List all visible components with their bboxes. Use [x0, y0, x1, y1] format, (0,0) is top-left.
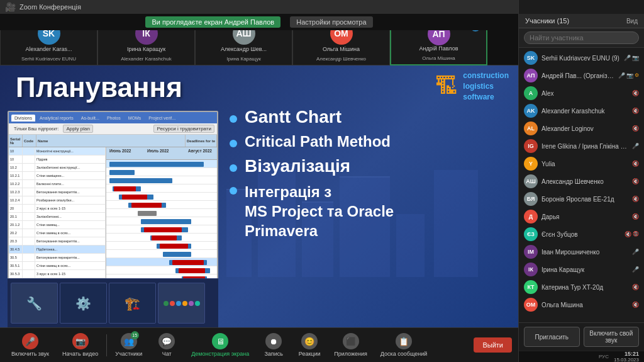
apps-icon: ⬛ [343, 333, 359, 349]
participants-count: 15 [131, 331, 139, 339]
avatar: AK [524, 104, 538, 118]
gantt-row-5: 10.2.3 Бетонування перекриттів... [9, 188, 106, 196]
video-sub-1: Serhii Kudriavcev EUNU [1, 56, 97, 62]
mic-muted-icon: 🔇 [632, 125, 639, 132]
list-item: БЯ Боронів Ярослав ЕЕ-21д 🔇 [519, 190, 644, 208]
gantt-tab-moms[interactable]: MOMs [125, 115, 145, 122]
participant-controls: 🔇 [632, 196, 639, 202]
bullet-dot-1 [230, 115, 237, 123]
mic-icon: 🎤 [632, 266, 639, 273]
participants-label: Участники [115, 351, 142, 357]
video-sub-3: Ірина Каращук [196, 56, 292, 62]
avatar: КТ [524, 280, 538, 294]
col-deadline: Deadlines for te [186, 135, 217, 147]
gantt-row-3: 10.2.1 Стіни заміщенн... [9, 172, 106, 180]
invite-button[interactable]: Пригласить [524, 327, 580, 347]
reactions-label: Реакции [299, 351, 321, 357]
bullet-text-2: Critical Path Method [245, 133, 391, 151]
participant-name: Александр Шевченко [541, 178, 628, 185]
mic-muted-icon: 🔇 [632, 302, 639, 308]
mic-icon: 🎤 [632, 249, 639, 255]
bullet-text-3: Візуалізація [245, 156, 350, 177]
participant-name: Дарья [541, 213, 628, 220]
apps-btn[interactable]: ⬛ Приложения [329, 331, 372, 359]
participant-name: Ірина Каращук [541, 266, 628, 273]
mute-label: Включить звук [11, 351, 49, 357]
list-item: АШ Александр Шевченко 🔇 [519, 173, 644, 190]
video-name-4: Ольга Мішина [293, 45, 389, 54]
time-display: 15:21 [614, 351, 639, 357]
gantt-tab-asbuilt[interactable]: As-built... [78, 115, 103, 122]
bullet-dot-2 [230, 140, 237, 147]
gantt-apply[interactable]: Apply plan [63, 125, 92, 133]
gantt-chart-header: Июнь 2022 Июль 2022 Август 2022 [106, 147, 217, 160]
gantt-tab-divisions[interactable]: Divisions [11, 115, 35, 122]
video-sub-4: Александр Шевченко [293, 56, 389, 62]
share-label: Демонстрация экрана [191, 351, 249, 357]
board-btn[interactable]: 📋 Доска сообщений [375, 331, 432, 359]
search-input[interactable] [524, 31, 639, 44]
board-icon: 📋 [396, 333, 412, 349]
bullets-area: Gantt Chart Critical Path Method Візуалі… [230, 106, 512, 321]
gantt-tab-photos[interactable]: Photos [104, 115, 124, 122]
mute-icon: 🎤 [22, 333, 38, 349]
settings-btn[interactable]: Настройки просмотра [290, 16, 372, 28]
board-label: Доска сообщений [380, 351, 427, 357]
bottom-thumb-1: 🔧 [11, 283, 58, 324]
presentation-area: Планування 🏗 constructionlogisticssoftwa… [0, 65, 518, 327]
video-name-5: Андрій Павлов [391, 44, 486, 53]
avatar: AL [524, 122, 538, 135]
participant-controls: 🔇 [632, 213, 639, 220]
chat-btn[interactable]: 💬 Чат [150, 331, 183, 359]
mic-icon: 🎤 [624, 55, 631, 61]
video-btn[interactable]: 📷 Начать видео [57, 331, 103, 359]
video-icon: 📷 [626, 72, 633, 79]
participant-controls: 🔇 [632, 108, 639, 114]
participants-panel: Учасники (15) Вид SK Serhii Kudriavcev E… [518, 0, 644, 362]
mic-muted-icon: 🔇 [632, 178, 639, 184]
end-meeting-btn[interactable]: Выйти [474, 337, 512, 353]
video-name-3: Александр Шев... [196, 45, 292, 54]
participant-name: Alex [541, 90, 628, 97]
share-btn[interactable]: 🖥 Демонстрация экрана [186, 331, 254, 359]
gantt-resource[interactable]: Ресурси і трудовитрати [153, 125, 214, 133]
list-item: КТ Катерина Тур ХТ-20д 🔇 [519, 278, 644, 296]
gantt-col-headers: Serial № Code Name Deadlines for te [9, 135, 217, 147]
mute-btn[interactable]: 🎤 Включить звук [6, 331, 54, 359]
chat-icon: 💬 [158, 333, 175, 349]
system-tray: РУС 15:21 15.03.2023 [519, 351, 644, 362]
video-icon: 📷 [72, 333, 89, 349]
participant-controls: 🔇 [632, 302, 639, 308]
gantt-row-12: 30.5 Бетонування перекриттів... [9, 254, 106, 262]
list-item: AL Alexander Loginov 🔇 [519, 120, 644, 137]
participant-name: Irene Glikina / Ірина Глікіна (CH... [541, 143, 628, 150]
bullet-text-4: Інтеграція зMS Project та OraclePrimaver… [245, 182, 394, 241]
mic-muted-icon: 🔇 [632, 90, 639, 96]
mute-all-button[interactable]: Включить свой звук [584, 327, 640, 347]
participants-btn[interactable]: 👥 15 Участники [110, 331, 147, 359]
screen-share-notify: Ви проглядаєте екран Андрей Павлов [145, 16, 280, 28]
participant-controls: 🔇 📵 [625, 231, 639, 237]
list-item: AK Alexander Karashchuk 🔇 [519, 102, 644, 120]
logo-area: 🏗 constructionlogisticssoftware [435, 71, 509, 102]
reactions-btn[interactable]: 😊 Реакции [293, 331, 326, 359]
mic-muted-icon: 🔇 [632, 108, 639, 114]
gantt-tab-verify[interactable]: Project verif... [145, 115, 179, 122]
video-icon: 📷 [632, 55, 639, 61]
avatar: ІМ [524, 245, 538, 259]
gantt-row-selected: 30.4.5 Підбетонка... [9, 246, 106, 254]
bottom-thumb-3: 🏗️ [109, 283, 156, 324]
mic-muted-icon: 🔇 [632, 196, 639, 202]
gantt-row-main: 10 Монолітні конструкції... [9, 147, 106, 156]
gantt-row-13: 30.5.1 Стіни замещ в осях... [9, 262, 106, 270]
record-btn[interactable]: ⏺ Запись [257, 331, 290, 359]
slide-title: Планування [16, 72, 182, 103]
participant-name: Alexander Karashchuk [541, 108, 628, 115]
participant-name: Ольга Мішина [541, 302, 628, 308]
gantt-row-8: 20.1 Залізобетонні... [9, 213, 106, 221]
bullet-1: Gantt Chart [230, 106, 512, 128]
gantt-tab-analytical[interactable]: Analytical reports [36, 115, 77, 122]
view-label: Вид [626, 18, 638, 25]
participant-name: Єгєн Зубцов [541, 231, 621, 238]
avatar: АШ [524, 174, 538, 188]
